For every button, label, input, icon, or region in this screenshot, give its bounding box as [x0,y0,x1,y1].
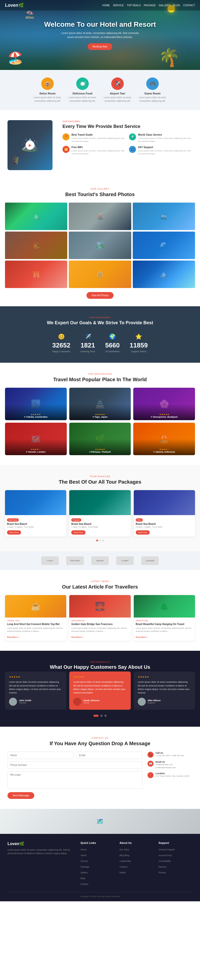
footer-link-item: Gallery [80,870,115,874]
package-name: Brazil Sea Beach [136,523,193,525]
photo-grid: 🏔️🌋🚢🏕️🏞️🌊🕌🏛️🏔️ [5,203,195,288]
play-button[interactable]: ▶ [26,141,35,150]
blog-read-more[interactable]: Read More » [71,636,83,638]
footer-link[interactable]: Blog [80,877,85,880]
footer-support-link[interactable]: Contact Support [158,848,175,851]
photo-cell[interactable]: 🕌 [5,261,67,288]
place-card[interactable]: 🏯 ★★★★★ # Tago, Japan [69,388,131,420]
photo-cell[interactable]: 🏛️ [69,261,131,288]
testi-role: Explorer [148,702,161,704]
photo-cell[interactable]: 🌊 [133,232,195,259]
place-card[interactable]: 🌸 ★★★★★ # Vansoperino, Budapest [133,388,195,420]
booking-button[interactable]: Booking Now [88,43,112,50]
footer-link[interactable]: Contact [80,883,88,885]
footer-link[interactable]: About [80,854,86,857]
footer-about-link[interactable]: Our Story [120,848,129,851]
partner-logo-1[interactable]: PARTNER [66,556,84,565]
blog-excerpt: Lorem ipsum dolor sit amet, consectetur … [136,627,193,633]
service-item-desc: Lorem ipsum dolor sit amet, consectetur … [72,137,126,143]
place-card[interactable]: 🏖️ ★★★★☆ # Jakarta, Indonesia [133,423,195,455]
footer-support-link[interactable]: Account FAQ [158,854,172,857]
nav-link-contact[interactable]: Contact [183,4,195,7]
footer-about-link[interactable]: Careers [120,865,128,868]
photo-cell[interactable]: 🏔️ [5,203,67,230]
footer-link[interactable]: Home [80,848,86,851]
feature-desc: Lorem ipsum dolor sit amet, consectetur … [102,96,133,103]
features-section: 🏨 Delux Room Lorem ipsum dolor sit amet,… [0,70,200,110]
place-card[interactable]: 🏙️ ★★★★★ # Yuliulia, Amsterdam [5,388,67,420]
email-field[interactable] [76,752,142,759]
package-book-button[interactable]: Book Now [7,530,21,535]
footer-support-title: Support [158,842,192,844]
contact-item-title: Email Us [155,760,192,763]
service-item-desc: Lorem ipsum dolor sit amet, consectetur … [138,137,192,143]
blog-image: 🌉 [69,595,131,617]
stat-item: 🌍 5660 Of Destination [105,334,120,353]
contact-text: Location 123 Travel Street, City, Countr… [155,772,189,778]
phone-field[interactable] [8,761,142,768]
footer-support-link[interactable]: Returns [158,865,166,868]
hero-title: Welcome To our Hotel and Resort [44,20,156,29]
footer: Loven🌿 Lorem ipsum dolor sit amet, conse… [0,834,200,901]
nav-logo[interactable]: Loven🌿 [5,3,24,8]
package-book-button[interactable]: Book Now [136,530,150,535]
footer-support-link[interactable]: Accessibility [158,860,171,862]
testi-dot-2[interactable] [101,715,102,717]
blog-read-more[interactable]: Read More » [7,636,19,638]
contact-item-title: Location [155,772,189,775]
footer-support-list: Contact SupportAccount FAQAccessibilityR… [158,847,192,874]
nav-link-gallery[interactable]: Gallery [159,4,170,7]
nav-link-package[interactable]: Package [144,4,156,7]
service-item-text: Free WiFi Lorem ipsum dolor sit amet, co… [72,146,126,155]
place-card[interactable]: 🌿 ★★★★★ # Ethiopia, Thailand [69,423,131,455]
place-card[interactable]: 🗺️ ★★★★☆ # Vansdo, London [5,423,67,455]
feature-item: 🏨 Delux Room Lorem ipsum dolor sit amet,… [32,78,62,103]
message-field[interactable] [8,771,142,789]
footer-grid: Loven🌿 Lorem ipsum dolor sit amet, conse… [8,842,192,887]
testi-dot-3[interactable] [104,715,107,717]
contact-item-text: info@example.com contact@example.com [155,763,192,769]
partner-logo-4[interactable]: LICENSE [141,556,159,565]
stat-icon: ✈️ [80,334,95,340]
nav-link-service[interactable]: Service [113,4,124,7]
package-book-button[interactable]: Book Now [71,530,85,535]
partner-logo-2[interactable]: BRAND [91,556,109,565]
pkg-dot-1[interactable] [96,539,98,541]
footer-about-link-item: Leadership [120,858,154,863]
send-button[interactable]: Send Message [8,792,34,799]
footer-support-link-item: Accessibility [158,858,192,863]
package-info: 7 Days / 6 Nights · From $399 [71,526,128,528]
partner-logo-0[interactable]: LOGO [41,556,59,565]
photo-cell[interactable]: 🏕️ [5,232,67,259]
feature-title: Game Room [138,92,168,95]
nav-links: HomeServiceTop DealsPackageGalleryBlogCo… [102,4,195,7]
nav-link-home[interactable]: Home [102,4,110,7]
footer-link[interactable]: Service [80,860,88,862]
pkg-dot-3[interactable] [102,539,104,541]
packages-section: Tour Package The Best Of Our All Tour Pa… [0,465,200,551]
blog-body: Adventure Brazil Beautiful Camp Hanging … [134,617,195,641]
photo-cell[interactable]: 🌋 [69,203,131,230]
footer-about-link[interactable]: Leadership [120,860,131,862]
avatar [138,698,146,706]
photo-cell[interactable]: 🏞️ [69,232,131,259]
footer-about-link[interactable]: Media [120,871,126,874]
view-more-button[interactable]: View All Photos [86,292,114,299]
blog-read-more[interactable]: Read More » [136,636,148,638]
feature-title: Airport Taxi [102,92,133,95]
name-field[interactable] [8,752,74,759]
partner-logo-3[interactable]: CLIENT [116,556,134,565]
footer-link[interactable]: Gallery [80,871,88,874]
pkg-dot-2[interactable] [99,539,101,541]
footer-link[interactable]: Package [80,865,89,868]
footer-about-link[interactable]: Blog Blog [120,854,129,857]
footer-support-link[interactable]: Privacy [158,871,166,874]
stat-label: Support Teams [130,350,148,353]
nav-link-blog[interactable]: Blog [173,4,180,7]
footer-link-item: About [80,853,115,857]
testi-dot-1[interactable] [93,715,99,717]
photo-cell[interactable]: 🏔️ [133,261,195,288]
nav-link-top deals[interactable]: Top Deals [127,4,141,7]
photo-cell[interactable]: 🚢 [133,203,195,230]
contact-icon: 📞 [147,752,154,758]
